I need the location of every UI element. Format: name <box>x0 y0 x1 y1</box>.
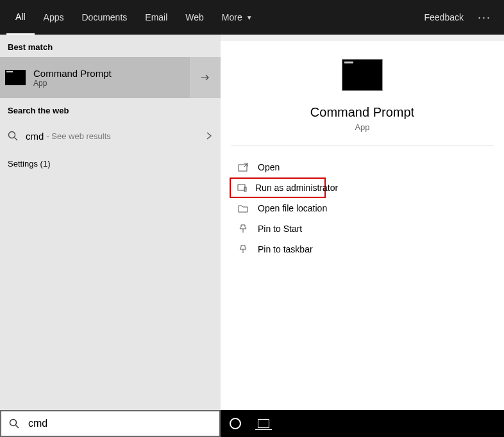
results-panel: Best match Command Prompt App Search the… <box>0 35 221 410</box>
taskbar <box>0 410 504 437</box>
tab-all[interactable]: All <box>6 0 35 35</box>
arrow-right-icon <box>200 72 210 83</box>
folder-icon <box>236 204 250 213</box>
action-label: Pin to taskbar <box>258 244 313 254</box>
tab-web[interactable]: Web <box>176 0 213 35</box>
tab-apps[interactable]: Apps <box>35 0 73 35</box>
command-prompt-icon <box>342 59 383 91</box>
preview-title: Command Prompt <box>231 105 494 120</box>
settings-results[interactable]: Settings (1) <box>0 151 221 176</box>
best-match-header: Best match <box>0 35 221 57</box>
search-icon <box>8 131 21 141</box>
best-match-result: Command Prompt App <box>0 57 221 98</box>
chevron-down-icon: ▼ <box>246 14 253 21</box>
svg-rect-4 <box>238 185 245 190</box>
search-web-header: Search the web <box>0 98 221 120</box>
preview-subtitle: App <box>231 122 494 132</box>
action-open-file-location[interactable]: Open file location <box>221 198 504 218</box>
search-icon <box>9 418 21 429</box>
search-filter-tabs: All Apps Documents Email Web More▼ Feedb… <box>0 0 504 35</box>
action-label: Open <box>258 162 280 172</box>
svg-point-5 <box>10 420 17 426</box>
action-run-as-administrator[interactable]: Run as administrator <box>230 177 326 198</box>
preview-actions: Open Run as administrator Open file loca… <box>221 157 504 260</box>
action-label: Run as administrator <box>255 183 338 193</box>
pin-icon <box>236 224 250 233</box>
action-pin-to-taskbar[interactable]: Pin to taskbar <box>221 239 504 260</box>
command-prompt-icon <box>5 70 26 85</box>
tab-more[interactable]: More▼ <box>213 0 262 35</box>
web-result-cmd[interactable]: cmd - See web results <box>0 120 221 151</box>
action-label: Open file location <box>258 203 327 213</box>
admin-shield-icon <box>237 183 248 192</box>
action-pin-to-start[interactable]: Pin to Start <box>221 218 504 239</box>
result-expand-button[interactable] <box>190 57 221 98</box>
preview-panel: Command Prompt App Open Run as administr <box>221 41 504 410</box>
chevron-right-icon <box>205 132 213 140</box>
pin-icon <box>236 245 250 254</box>
tab-documents[interactable]: Documents <box>72 0 136 35</box>
search-box[interactable] <box>0 410 221 437</box>
svg-line-6 <box>16 425 19 429</box>
search-input[interactable] <box>28 418 212 429</box>
action-label: Pin to Start <box>258 224 302 234</box>
svg-point-0 <box>9 132 15 138</box>
web-query-text: cmd <box>26 131 44 142</box>
web-hint-text: - See web results <box>46 131 110 141</box>
cortana-button[interactable] <box>230 418 241 429</box>
result-title: Command Prompt <box>33 68 112 79</box>
tab-email[interactable]: Email <box>136 0 176 35</box>
task-view-button[interactable] <box>258 419 269 428</box>
result-subtitle: App <box>33 79 112 88</box>
result-command-prompt[interactable]: Command Prompt App <box>0 57 190 98</box>
feedback-link[interactable]: Feedback <box>417 12 471 22</box>
svg-line-1 <box>15 138 18 141</box>
options-menu-button[interactable]: ··· <box>471 11 498 24</box>
action-open[interactable]: Open <box>221 157 504 177</box>
open-icon <box>236 163 250 172</box>
